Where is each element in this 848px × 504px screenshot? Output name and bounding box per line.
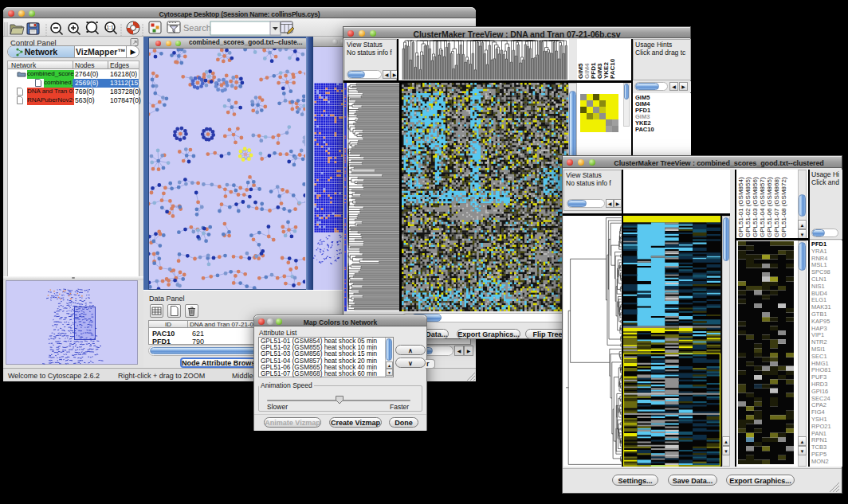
svg-text:PAC10: PAC10: [609, 58, 616, 79]
svg-text:GPL51-04 (GSM857): GPL51-04 (GSM857): [759, 177, 766, 237]
svg-text:1:1: 1:1: [107, 25, 114, 30]
svg-text:GPL51-06 (GSM865): GPL51-06 (GSM865): [766, 177, 773, 237]
svg-text:GPL51-08 (GSM872): GPL51-08 (GSM872): [780, 177, 787, 237]
svg-text:GPL51-02 (GSM855): GPL51-02 (GSM855): [744, 177, 752, 237]
svg-text:Search:: Search:: [183, 23, 214, 33]
svg-text:GPL51-01 (GSM854): GPL51-01 (GSM854): [737, 177, 744, 237]
svg-text:GPL51-07 (GSM868): GPL51-07 (GSM868): [773, 177, 780, 237]
svg-text:GPL51-03 (GSM856): GPL51-03 (GSM856): [752, 177, 759, 237]
